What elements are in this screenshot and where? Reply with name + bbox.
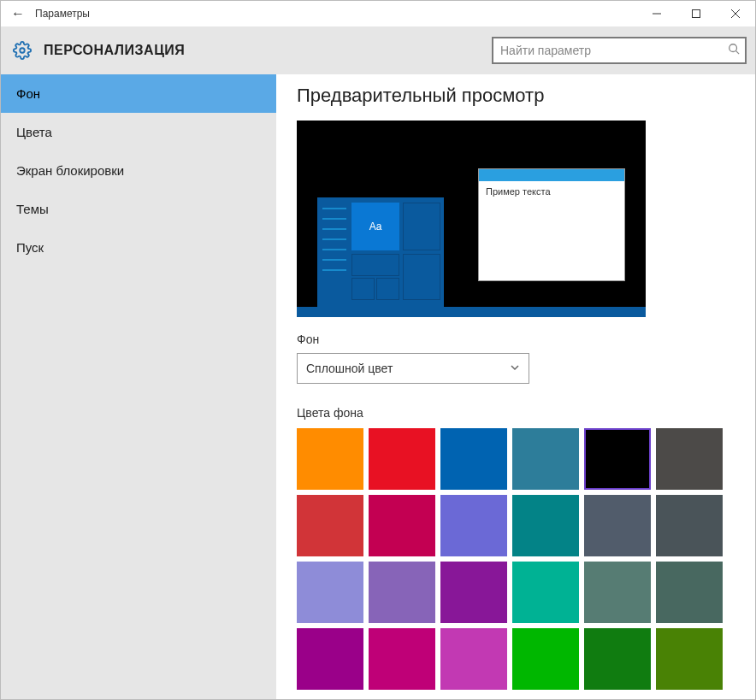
color-swatch-0[interactable] [297, 428, 363, 490]
color-swatch-3[interactable] [512, 428, 579, 490]
header: ПЕРСОНАЛИЗАЦИЯ [1, 26, 755, 74]
color-swatch-17[interactable] [656, 562, 723, 623]
sidebar-item-4[interactable]: Пуск [1, 228, 276, 267]
color-swatch-5[interactable] [656, 428, 723, 490]
svg-line-6 [736, 51, 740, 55]
preview-heading: Предварительный просмотр [297, 85, 735, 107]
svg-rect-1 [693, 10, 700, 18]
sidebar-item-0[interactable]: Фон [1, 74, 276, 113]
color-swatch-9[interactable] [512, 495, 579, 556]
color-swatch-23[interactable] [656, 628, 723, 690]
preview-tile-aa: Aa [351, 203, 399, 250]
color-swatch-22[interactable] [584, 628, 651, 690]
preview-window-text: Пример текста [479, 181, 624, 202]
minimize-button[interactable] [637, 1, 676, 26]
svg-point-5 [729, 44, 737, 52]
window-title: Параметры [35, 8, 90, 20]
search-box[interactable] [492, 37, 747, 64]
svg-point-4 [20, 48, 25, 53]
color-swatch-4[interactable] [584, 428, 651, 490]
color-swatch-14[interactable] [440, 562, 507, 623]
content: Предварительный просмотр Aa Пример текст… [276, 74, 755, 699]
background-dropdown-value: Сплошной цвет [306, 362, 393, 375]
sidebar: ФонЦветаЭкран блокировкиТемыПуск [1, 74, 276, 699]
background-label: Фон [297, 332, 735, 346]
search-input[interactable] [493, 38, 745, 62]
sidebar-item-2[interactable]: Экран блокировки [1, 151, 276, 190]
color-swatch-15[interactable] [512, 562, 579, 623]
color-swatch-1[interactable] [369, 428, 435, 490]
preview-window: Пример текста [478, 168, 625, 281]
color-swatch-21[interactable] [512, 628, 579, 690]
maximize-button[interactable] [676, 1, 716, 26]
color-swatch-20[interactable] [440, 628, 507, 690]
chevron-down-icon [510, 362, 520, 375]
background-dropdown[interactable]: Сплошной цвет [297, 353, 529, 384]
preview-taskbar [297, 307, 646, 317]
title-bar: ← Параметры [1, 1, 755, 26]
color-swatch-19[interactable] [369, 628, 435, 690]
search-icon [728, 43, 740, 58]
color-swatch-2[interactable] [440, 428, 507, 490]
preview-start-menu: Aa [317, 197, 444, 307]
color-swatch-11[interactable] [656, 495, 723, 556]
page-heading: ПЕРСОНАЛИЗАЦИЯ [44, 43, 185, 58]
close-button[interactable] [716, 1, 755, 26]
color-swatch-7[interactable] [369, 495, 435, 556]
color-swatch-18[interactable] [297, 628, 363, 690]
back-button[interactable]: ← [1, 6, 35, 21]
background-colors-label: Цвета фона [297, 406, 735, 420]
gear-icon [13, 41, 32, 60]
color-swatch-16[interactable] [584, 562, 651, 623]
color-swatch-6[interactable] [297, 495, 363, 556]
color-swatch-12[interactable] [297, 562, 363, 623]
color-swatch-13[interactable] [369, 562, 435, 623]
color-swatch-10[interactable] [584, 495, 651, 556]
sidebar-item-1[interactable]: Цвета [1, 113, 276, 151]
sidebar-item-3[interactable]: Темы [1, 190, 276, 228]
color-grid [297, 428, 724, 690]
color-swatch-8[interactable] [440, 495, 507, 556]
preview-pane: Aa Пример текста [297, 121, 646, 317]
